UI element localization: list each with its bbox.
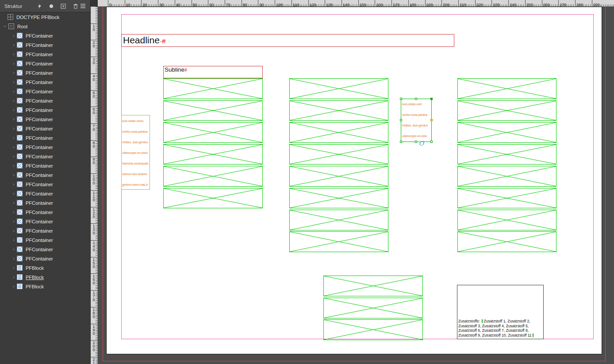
chevron-right-icon[interactable] <box>11 191 17 196</box>
tree-item-container-18[interactable]: PFContainer <box>0 180 90 189</box>
chevron-right-icon[interactable] <box>11 265 17 270</box>
tree-item-container-24[interactable]: PFContainer <box>0 235 90 245</box>
tree-item-container-5[interactable]: PFContainer <box>0 59 90 68</box>
selection-handle-active[interactable] <box>430 119 433 121</box>
image-placeholder-frame[interactable] <box>289 210 388 230</box>
image-placeholder-frame[interactable] <box>163 144 263 165</box>
tree-item-block-28[interactable]: PFBlock <box>0 272 90 282</box>
chevron-right-icon[interactable] <box>11 61 17 66</box>
tree-item-container-13[interactable]: PFContainer <box>0 133 90 142</box>
record-icon[interactable] <box>49 4 54 8</box>
tree-item-container-12[interactable]: PFContainer <box>0 124 90 133</box>
chevron-right-icon[interactable] <box>11 42 17 47</box>
tree-item-container-26[interactable]: PFContainer <box>0 254 90 263</box>
selected-text-frame[interactable]: kum-nistan-iverlventon-susa-paratusinhib… <box>401 99 432 142</box>
selection-handle[interactable] <box>400 141 402 143</box>
image-placeholder-frame[interactable] <box>289 78 388 99</box>
image-placeholder-frame[interactable] <box>163 166 263 187</box>
chevron-right-icon[interactable] <box>11 172 17 177</box>
tree-item-container-4[interactable]: PFContainer <box>0 50 90 59</box>
chevron-right-icon[interactable] <box>11 275 17 280</box>
chevron-right-icon[interactable] <box>11 126 17 131</box>
image-placeholder-frame[interactable] <box>457 231 556 252</box>
chevron-right-icon[interactable] <box>11 80 17 84</box>
image-placeholder-frame[interactable] <box>323 319 423 340</box>
selection-handle[interactable] <box>400 98 402 100</box>
image-placeholder-frame[interactable] <box>457 166 556 187</box>
image-placeholder-frame[interactable] <box>457 144 556 165</box>
image-placeholder-frame[interactable] <box>163 188 263 208</box>
chevron-right-icon[interactable] <box>11 107 17 112</box>
selection-handle[interactable] <box>430 141 433 143</box>
document-canvas[interactable]: Headline·# Subline# kum-nistan-iverlo,ve… <box>98 7 614 364</box>
left-text-frame[interactable]: kum-nistan-iverlo,venton-susa-paratus-in… <box>121 115 150 190</box>
chevron-right-icon[interactable] <box>11 145 17 149</box>
chevron-right-icon[interactable] <box>11 247 17 252</box>
tree-item-block-29[interactable]: PFBlock <box>0 282 90 291</box>
chevron-right-icon[interactable] <box>2 24 8 29</box>
tree-item-container-16[interactable]: PFContainer <box>0 161 90 170</box>
tree-item-container-21[interactable]: PFContainer <box>0 207 90 217</box>
tree-item-container-19[interactable]: PFContainer <box>0 189 90 198</box>
chevron-right-icon[interactable] <box>11 200 17 205</box>
tree-item-container-25[interactable]: PFContainer <box>0 245 90 254</box>
tree-item-block-27[interactable]: PFBlock <box>0 263 90 272</box>
image-placeholder-frame[interactable] <box>289 166 388 187</box>
subline-text-frame[interactable]: Subline# <box>163 66 263 78</box>
selection-handle[interactable] <box>415 98 417 100</box>
image-placeholder-frame[interactable] <box>289 100 388 121</box>
tree-item-container-2[interactable]: PFContainer <box>0 31 90 40</box>
tree-item-container-15[interactable]: PFContainer <box>0 152 90 161</box>
chevron-right-icon[interactable] <box>11 154 17 159</box>
image-placeholder-frame[interactable] <box>323 298 423 318</box>
chevron-right-icon[interactable] <box>11 70 17 75</box>
chevron-right-icon[interactable] <box>11 163 17 168</box>
tree-item-container-23[interactable]: PFContainer <box>0 226 90 235</box>
selection-handle[interactable] <box>430 98 433 100</box>
selection-handle[interactable] <box>400 119 402 121</box>
tree-item-container-11[interactable]: PFContainer <box>0 115 90 124</box>
tree-item-container-6[interactable]: PFContainer <box>0 68 90 77</box>
chevron-right-icon[interactable] <box>11 98 17 103</box>
image-placeholder-frame[interactable] <box>163 100 263 121</box>
headline-text-frame[interactable]: Headline·# <box>121 34 454 47</box>
tree-item-container-14[interactable]: PFContainer <box>0 142 90 152</box>
chevron-right-icon[interactable] <box>11 33 17 38</box>
additives-text-frame[interactable]: Zusatzstoffe: Zusatzstoff 1, Zusatzstoff… <box>457 285 544 339</box>
image-placeholder-frame[interactable] <box>289 188 388 208</box>
chevron-right-icon[interactable] <box>11 284 17 289</box>
image-placeholder-frame[interactable] <box>289 122 388 143</box>
image-placeholder-frame[interactable] <box>163 78 263 99</box>
chevron-right-icon[interactable] <box>11 52 17 57</box>
tree-item-container-8[interactable]: PFContainer <box>0 87 90 96</box>
image-placeholder-frame[interactable] <box>457 100 556 121</box>
chevron-right-icon[interactable] <box>11 182 17 187</box>
tree-item-container-17[interactable]: PFContainer <box>0 170 90 180</box>
image-placeholder-frame[interactable] <box>163 122 263 143</box>
tree-item-container-10[interactable]: PFContainer <box>0 105 90 115</box>
tree-item-container-9[interactable]: PFContainer <box>0 96 90 105</box>
delete-icon[interactable] <box>73 4 78 9</box>
image-placeholder-frame[interactable] <box>457 188 556 208</box>
chevron-right-icon[interactable] <box>11 219 17 224</box>
tree-item-root-1[interactable]: Root <box>0 22 90 31</box>
chevron-right-icon[interactable] <box>11 256 17 261</box>
tree-item-container-22[interactable]: PFContainer <box>0 217 90 226</box>
image-placeholder-frame[interactable] <box>323 276 423 296</box>
menu-icon[interactable] <box>80 4 86 8</box>
tree-item-doctype-0[interactable]: DOCTYPE PFBlock <box>0 12 90 22</box>
chevron-right-icon[interactable] <box>11 89 17 94</box>
chevron-right-icon[interactable] <box>11 117 17 122</box>
tree-item-container-3[interactable]: PFContainer <box>0 40 90 50</box>
image-placeholder-frame[interactable] <box>457 122 556 143</box>
image-placeholder-frame[interactable] <box>289 231 388 252</box>
chevron-right-icon[interactable] <box>11 228 17 233</box>
selection-handle[interactable] <box>415 141 417 143</box>
document-page[interactable]: Headline·# Subline# kum-nistan-iverlo,ve… <box>106 7 602 354</box>
tree-item-container-7[interactable]: PFContainer <box>0 77 90 87</box>
add-block-icon[interactable] <box>61 4 66 9</box>
image-placeholder-frame[interactable] <box>457 78 556 99</box>
chevron-right-icon[interactable] <box>11 210 17 215</box>
tree-item-container-20[interactable]: PFContainer <box>0 198 90 207</box>
image-placeholder-frame[interactable] <box>457 210 556 230</box>
